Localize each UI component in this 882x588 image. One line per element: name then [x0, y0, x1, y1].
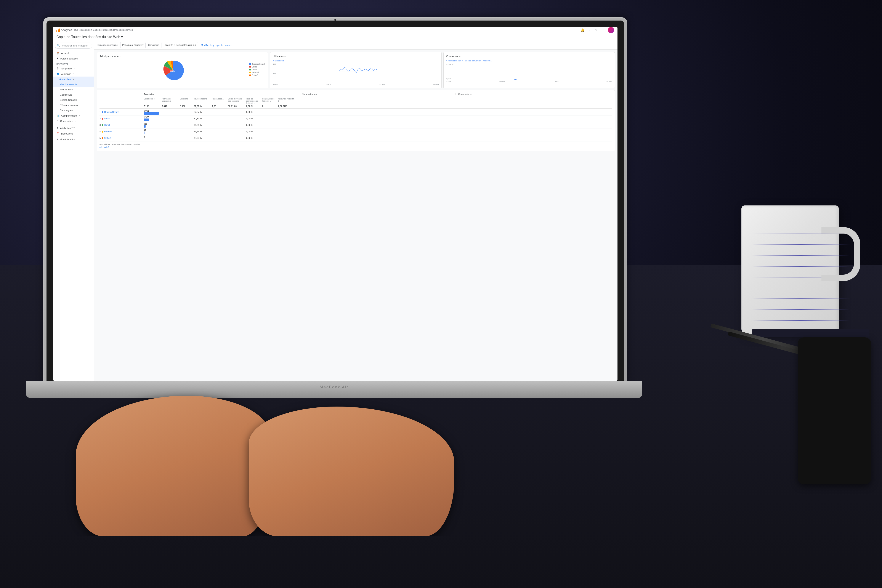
col-header-completions[interactable]: Réalisation de l'objectif 1 — [262, 98, 277, 104]
legend-dot-organic — [249, 63, 251, 65]
coaster — [752, 329, 869, 338]
chevron-right-icon-2: › — [74, 73, 74, 75]
x-axis-conversions: 3 août 10 août 17 août 24 août — [446, 81, 612, 82]
help-icon[interactable]: ? — [594, 28, 598, 32]
clock-icon: ⏱ — [57, 67, 59, 70]
sidebar-label-vue-ensemble: Vue d'ensemble — [60, 83, 77, 86]
sidebar-item-comportement[interactable]: 📊 Comportement › — [53, 113, 94, 118]
edit-canaux-link[interactable]: Modifier le groupe de canaux — [201, 44, 232, 46]
x-conv-label-2: 10 août — [499, 81, 505, 82]
sidebar-item-vue-ensemble[interactable]: Vue d'ensemble — [53, 82, 94, 87]
location-icon: 📍 — [57, 132, 60, 135]
sidebar: 🔍 Rechercher dans les rapport 🏠 Accueil … — [53, 41, 94, 381]
ga-logo: Analytics — [57, 28, 72, 32]
sidebar-item-administration[interactable]: ⚙ Administration — [53, 136, 94, 142]
col-header-new-users[interactable]: Nouveaux utilisateurs — [162, 98, 179, 104]
legend-direct: Direct — [249, 69, 266, 71]
conversion-value: Objectif 1 : Newsletter sign in ▾ — [164, 44, 196, 46]
comportement-section-title: Comportement — [300, 93, 456, 95]
col-header-conv-rate[interactable]: Taux de conversion de l'objectif 1 — [246, 98, 261, 104]
row-channel-direct[interactable]: 3 Direct — [99, 124, 143, 126]
dimension-dropdown[interactable]: Principaux canaux ▾ — [120, 42, 146, 48]
x-label-2: 10 août — [326, 84, 332, 86]
legend-dot-other — [249, 74, 251, 76]
y-axis-mid: 200 — [273, 73, 276, 75]
row-conv-rate-other: 0,00 % — [246, 137, 261, 139]
col-header-value[interactable]: Valeur de l'objectif 1 — [278, 98, 296, 104]
totals-value: 0,00 $US — [278, 105, 296, 108]
x-conv-label-4: 24 août — [606, 81, 612, 82]
dot-other — [102, 137, 104, 139]
conversion-dropdown[interactable]: Objectif 1 : Newsletter sign in ▾ — [162, 42, 198, 48]
legend-label-organic: Organic Search — [252, 63, 266, 65]
sidebar-item-campagnes[interactable]: Campagnes — [53, 108, 94, 113]
table-row: 5 (Other) 3 — [99, 135, 612, 141]
sidebar-item-reseaux-sociaux[interactable]: Réseaux sociaux — [53, 102, 94, 108]
legend-label-direct: Direct — [252, 69, 257, 71]
apps-icon[interactable]: ⠿ — [587, 28, 591, 32]
utilisateurs-svg — [278, 63, 439, 81]
row-channel-referral[interactable]: 4 Referral — [99, 130, 143, 133]
col-header-pages[interactable]: Pages/sess... — [212, 98, 227, 104]
sidebar-label-administration: Administration — [60, 138, 75, 140]
col-header-sessions[interactable]: Sessions — [180, 98, 193, 104]
pie-svg: 63,9% — [162, 60, 184, 81]
row-conv-rate-social: 0,00 % — [246, 117, 261, 120]
bar-referral — [144, 132, 144, 134]
sidebar-item-search-console[interactable]: Search Console — [53, 98, 94, 102]
sidebar-item-google-ads[interactable]: Google Ads — [53, 92, 94, 98]
sidebar-item-decouverte[interactable]: 📍 Découverte — [53, 131, 94, 136]
sidebar-item-acquisition[interactable]: ↓ Acquisition ▾ — [53, 76, 94, 82]
search-placeholder: Rechercher dans les rapport — [61, 45, 88, 47]
sidebar-label-campagnes: Campagnes — [60, 109, 73, 112]
channel-link-direct[interactable]: Direct — [104, 124, 110, 126]
channel-link-social[interactable]: Social — [104, 117, 110, 120]
sidebar-label-accueil: Accueil — [61, 52, 69, 54]
user-avatar[interactable] — [608, 27, 614, 33]
y-axis-conv-min: 0,00 % — [446, 78, 453, 80]
mug-stripe-9 — [752, 320, 849, 321]
conversions-line — [511, 79, 557, 80]
col-header-duration[interactable]: Durée moyenne des sessions — [228, 98, 245, 104]
more-icon[interactable]: ⋮ — [601, 28, 605, 32]
col-header-users[interactable]: Utilisateurs ↑ — [144, 98, 161, 104]
filters-bar: Dimension principale Principaux canaux ▾… — [94, 41, 618, 50]
logo-bars — [57, 28, 60, 32]
header-bottom: Copie de Toutes les données du site Web … — [53, 33, 618, 41]
row-users-direct: 556 — [144, 123, 161, 128]
notifications-icon[interactable]: 🔔 — [580, 28, 585, 32]
main-area: 🔍 Rechercher dans les rapport 🏠 Accueil … — [53, 41, 618, 381]
x-axis-utilisateurs: 3 août 10 août 17 août 24 août — [273, 84, 439, 86]
sidebar-item-accueil[interactable]: 🏠 Accueil — [53, 50, 94, 56]
col-header-channel — [99, 98, 143, 104]
table-header-row: Acquisition Comportement Conversions — [99, 93, 612, 97]
sidebar-search[interactable]: 🔍 Rechercher dans les rapport — [55, 43, 92, 49]
totals-pages: 1,35 — [212, 105, 227, 108]
legend-dot-referral — [249, 72, 251, 73]
channel-link-other[interactable]: (Other) — [104, 137, 111, 139]
y-axis-utilisateurs: 400 200 — [273, 63, 276, 82]
x-label-3: 17 août — [380, 84, 385, 86]
chart-principaux-canaux-title: Principaux canaux — [99, 55, 266, 58]
sidebar-item-attribution[interactable]: ⊕ Attribution BÊTA — [53, 125, 94, 131]
sidebar-item-conversions[interactable]: ✓ Conversions › — [53, 118, 94, 124]
sidebar-item-audience[interactable]: 👥 Audience › — [53, 71, 94, 76]
sidebar-section-rapports: RAPPORTS — [53, 61, 94, 66]
row-channel-organic[interactable]: 1 Organic Search — [99, 111, 143, 113]
show-all-link[interactable]: (cliquer ici) — [99, 146, 109, 148]
mug-stripe-8 — [752, 309, 849, 310]
logo-text: Analytics — [61, 28, 72, 32]
channel-link-referral[interactable]: Referral — [104, 130, 112, 133]
row-channel-other[interactable]: 5 (Other) — [99, 137, 143, 139]
row-users-organic: 5 053 — [144, 110, 161, 115]
table-col-headers: Utilisateurs ↑ Nouveaux utilisateurs Ses… — [99, 98, 612, 104]
logo-bar-3 — [59, 28, 60, 32]
col-header-bounce[interactable]: Taux de rebond — [194, 98, 211, 104]
sidebar-item-temps-reel[interactable]: ⏱ Temps réel › — [53, 66, 94, 71]
sidebar-item-tout-trafic[interactable]: Tout le trafic — [53, 87, 94, 92]
check-icon: ✓ — [57, 120, 58, 122]
channel-link-organic[interactable]: Organic Search — [104, 111, 119, 113]
row-channel-social[interactable]: 2 Social — [99, 117, 143, 120]
sidebar-item-personnalisation[interactable]: ★ Personnalisation — [53, 56, 94, 61]
table-channel-header — [99, 93, 143, 95]
